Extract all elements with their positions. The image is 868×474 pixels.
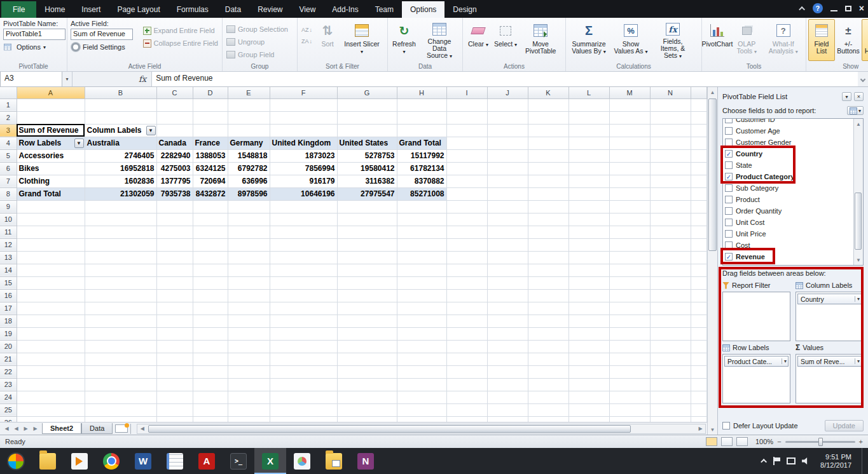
row-header-16[interactable]: 16 xyxy=(0,289,17,302)
cell-e21[interactable] xyxy=(228,353,270,365)
field-item-customer-gender[interactable]: Customer Gender xyxy=(723,137,853,148)
cell-m23[interactable] xyxy=(609,378,650,391)
cell-n4[interactable] xyxy=(650,137,691,149)
field-item-state[interactable]: State xyxy=(723,159,853,171)
cell-i13[interactable] xyxy=(446,251,487,264)
fields-items-sets-button[interactable]: fx Fields, Items, & Sets ▾ xyxy=(652,19,694,61)
cell-i8[interactable] xyxy=(446,187,487,200)
cell-n18[interactable] xyxy=(650,315,691,327)
cell-m20[interactable] xyxy=(609,340,650,353)
cell-k16[interactable] xyxy=(528,289,568,302)
cell-f21[interactable] xyxy=(270,353,337,365)
clear-button[interactable]: Clear ▾ xyxy=(465,19,492,61)
cell-i9[interactable] xyxy=(446,200,487,213)
minimize-ribbon-icon[interactable] xyxy=(799,6,805,12)
cell-e25[interactable] xyxy=(228,403,270,416)
cell-k1[interactable] xyxy=(528,98,568,111)
cell-i14[interactable] xyxy=(446,264,487,276)
group-field-button[interactable]: Group Field xyxy=(224,48,276,61)
row-header-5[interactable]: 5 xyxy=(0,149,17,162)
cell-k21[interactable] xyxy=(528,353,568,365)
cell-h11[interactable] xyxy=(397,226,446,238)
cell-b4[interactable]: Australia xyxy=(85,137,156,149)
cell-g22[interactable] xyxy=(337,365,397,378)
cell-m14[interactable] xyxy=(609,264,650,276)
area-field-sum-of-reve[interactable]: Sum of Reve...▾ xyxy=(797,356,862,367)
cell-j19[interactable] xyxy=(487,327,528,340)
cell-e22[interactable] xyxy=(228,365,270,378)
cell-m21[interactable] xyxy=(609,353,650,365)
cell-e3[interactable] xyxy=(228,124,270,137)
cell-l2[interactable] xyxy=(568,111,609,124)
cell-c7[interactable]: 1377795 xyxy=(156,175,193,187)
cell-a11[interactable] xyxy=(17,226,85,238)
row-header-4[interactable]: 4 xyxy=(0,137,17,149)
tab-insert[interactable]: Insert xyxy=(73,1,109,18)
cell-j6[interactable] xyxy=(487,162,528,175)
what-if-analysis-button[interactable]: ? What-If Analysis ▾ xyxy=(763,19,804,61)
cell-m7[interactable] xyxy=(609,175,650,187)
cell-filler-24[interactable] xyxy=(691,391,707,403)
pivottable-name-input[interactable]: PivotTable1 xyxy=(3,29,65,40)
cell-d24[interactable] xyxy=(193,391,228,403)
cell-g4[interactable]: United States xyxy=(337,137,397,149)
cell-d12[interactable] xyxy=(193,238,228,251)
cell-a24[interactable] xyxy=(17,391,85,403)
cell-filler-19[interactable] xyxy=(691,327,707,340)
cell-f16[interactable] xyxy=(270,289,337,302)
column-header-b[interactable]: B xyxy=(85,87,156,98)
field-checkbox-customer-age[interactable] xyxy=(725,127,733,135)
field-list-layout-button[interactable]: ▾ xyxy=(847,106,864,115)
cell-m1[interactable] xyxy=(609,98,650,111)
cell-a7[interactable]: Clothing xyxy=(17,175,85,187)
field-item-customer-age[interactable]: Customer Age xyxy=(723,125,853,137)
cell-k6[interactable] xyxy=(528,162,568,175)
tab-options[interactable]: Options xyxy=(402,1,444,18)
cell-k12[interactable] xyxy=(528,238,568,251)
tab-team[interactable]: Team xyxy=(367,1,402,18)
cell-h13[interactable] xyxy=(397,251,446,264)
field-checkbox-country[interactable]: ✓ xyxy=(725,150,733,158)
cell-f7[interactable]: 916179 xyxy=(270,175,337,187)
column-header-d[interactable]: D xyxy=(193,87,228,98)
field-item-country[interactable]: ✓Country xyxy=(723,148,853,159)
cell-n14[interactable] xyxy=(650,264,691,276)
cell-n17[interactable] xyxy=(650,302,691,315)
cell-a21[interactable] xyxy=(17,353,85,365)
cell-d19[interactable] xyxy=(193,327,228,340)
column-header-h[interactable]: H xyxy=(397,87,446,98)
row-header-25[interactable]: 25 xyxy=(0,403,17,416)
cell-f15[interactable] xyxy=(270,276,337,289)
cell-e19[interactable] xyxy=(228,327,270,340)
column-header-k[interactable]: K xyxy=(528,87,568,98)
cell-filler-22[interactable] xyxy=(691,365,707,378)
pivotchart-button[interactable]: PivotChart xyxy=(704,19,731,61)
cell-k14[interactable] xyxy=(528,264,568,276)
group-selection-button[interactable]: Group Selection xyxy=(224,23,290,36)
cell-filler-14[interactable] xyxy=(691,264,707,276)
vertical-scroll-thumb[interactable] xyxy=(708,98,717,251)
area-box-values[interactable]: Sum of Reve...▾ xyxy=(796,354,864,403)
scroll-up-button[interactable]: ▲ xyxy=(708,87,717,97)
cell-h20[interactable] xyxy=(397,340,446,353)
cell-h23[interactable] xyxy=(397,378,446,391)
cell-n9[interactable] xyxy=(650,200,691,213)
cell-filler-13[interactable] xyxy=(691,251,707,264)
row-header-2[interactable]: 2 xyxy=(0,111,17,124)
cell-l7[interactable] xyxy=(568,175,609,187)
name-box-dropdown-icon[interactable]: ▾ xyxy=(62,72,72,86)
cell-f26[interactable] xyxy=(270,416,337,422)
cell-b8[interactable]: 21302059 xyxy=(85,187,156,200)
cell-e2[interactable] xyxy=(228,111,270,124)
cell-f20[interactable] xyxy=(270,340,337,353)
cell-m9[interactable] xyxy=(609,200,650,213)
cell-b23[interactable] xyxy=(85,378,156,391)
cell-filler-10[interactable] xyxy=(691,213,707,226)
zoom-slider-thumb[interactable] xyxy=(818,438,823,446)
cell-e10[interactable] xyxy=(228,213,270,226)
cell-g20[interactable] xyxy=(337,340,397,353)
zoom-level-label[interactable]: 100% xyxy=(752,438,773,445)
cell-l12[interactable] xyxy=(568,238,609,251)
tab-scroll-divider[interactable] xyxy=(130,424,134,434)
cell-i26[interactable] xyxy=(446,416,487,422)
